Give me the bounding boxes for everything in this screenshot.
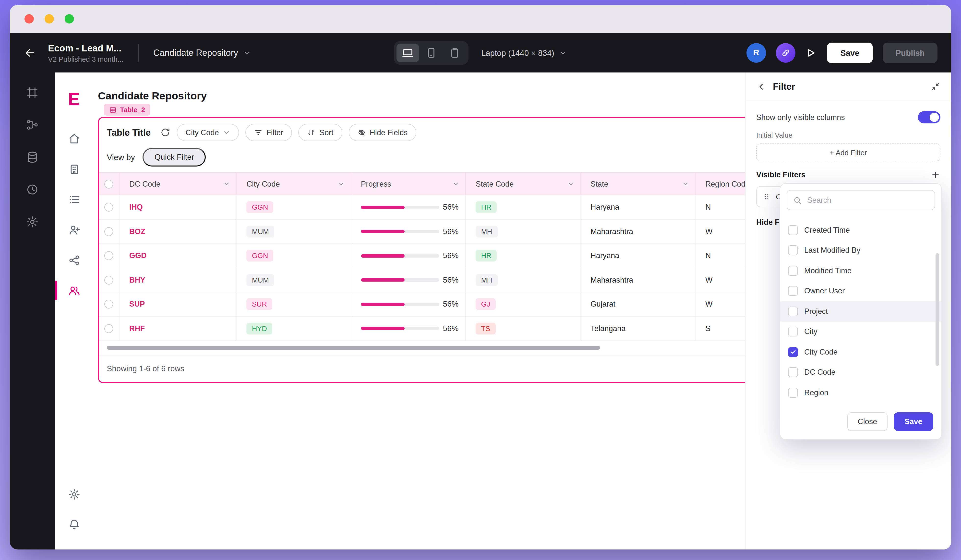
workflow-tool-button[interactable] [26, 119, 39, 131]
option-checkbox[interactable] [788, 388, 798, 398]
filter-column-option[interactable]: DC Code [780, 362, 942, 382]
share-link-button[interactable] [776, 43, 795, 63]
nav-add-user-button[interactable] [55, 215, 93, 245]
filter-column-option[interactable]: City [780, 321, 942, 342]
add-visible-filter-button[interactable] [930, 170, 940, 180]
option-checkbox[interactable] [788, 347, 798, 357]
device-mobile-button[interactable] [444, 43, 466, 62]
option-checkbox[interactable] [788, 327, 798, 337]
chevron-down-icon[interactable] [337, 180, 345, 188]
drag-handle-icon[interactable] [763, 193, 771, 201]
row-checkbox[interactable] [104, 276, 113, 284]
column-header[interactable]: State [581, 173, 696, 195]
filter-column-option[interactable]: Project [780, 301, 942, 321]
table-toolbar: Table Title City Code [99, 118, 745, 143]
save-button[interactable]: Save [827, 43, 873, 63]
row-checkbox[interactable] [104, 203, 113, 212]
app-canvas: E [55, 72, 745, 549]
nav-home-button[interactable] [55, 124, 93, 154]
option-checkbox[interactable] [788, 246, 798, 255]
panel-back-button[interactable] [756, 82, 766, 91]
editor-settings-button[interactable] [26, 215, 39, 228]
column-header[interactable]: Progress [351, 173, 466, 195]
chevron-down-icon[interactable] [223, 180, 230, 188]
column-header[interactable]: Region Code [696, 173, 745, 195]
filter-column-option[interactable]: City Code [780, 342, 942, 362]
widget-tag[interactable]: Table_2 [104, 104, 150, 116]
option-checkbox[interactable] [788, 286, 798, 296]
column-header[interactable]: DC Code [119, 173, 237, 195]
zoom-window-button[interactable] [65, 14, 74, 24]
filter-column-option[interactable]: Created Time [780, 220, 942, 240]
option-label: DC Code [804, 368, 836, 377]
table-widget[interactable]: Table Title City Code [98, 117, 745, 383]
history-tool-button[interactable] [26, 183, 39, 196]
add-filter-button[interactable]: + Add Filter [756, 143, 940, 161]
table-footer: Showing 1-6 of 6 rows [99, 356, 745, 382]
select-all-cell [99, 173, 119, 195]
close-window-button[interactable] [24, 14, 34, 24]
quick-filter-chip[interactable]: Quick Filter [143, 148, 206, 167]
user-avatar[interactable]: R [746, 43, 766, 63]
device-size-dropdown[interactable]: Laptop (1440 × 834) [481, 48, 567, 58]
minimize-window-button[interactable] [45, 14, 54, 24]
app-info: Ecom - Lead M... V2 Published 3 month... [48, 43, 124, 63]
row-checkbox[interactable] [104, 252, 113, 260]
database-icon [26, 151, 39, 164]
nav-notifications-button[interactable] [55, 509, 93, 540]
table-row[interactable]: RHF HYD 56% TS Telangana S [99, 317, 745, 341]
nav-candidates-button[interactable] [55, 275, 93, 306]
table-row[interactable]: IHQ GGN 56% HR Haryana N [99, 196, 745, 220]
nav-settings-button[interactable] [55, 479, 93, 509]
popover-scrollbar[interactable] [935, 253, 939, 366]
visible-filters-label: Visible Filters [756, 170, 805, 179]
row-checkbox[interactable] [104, 324, 113, 333]
chevron-down-icon[interactable] [682, 180, 689, 188]
filter-column-option[interactable]: Owner User [780, 281, 942, 301]
column-header[interactable]: State Code [466, 173, 581, 195]
widget-tag-label: Table_2 [120, 106, 145, 114]
option-checkbox[interactable] [788, 306, 798, 316]
chevron-down-icon[interactable] [567, 180, 574, 188]
option-checkbox[interactable] [788, 266, 798, 276]
device-tablet-button[interactable] [420, 43, 442, 62]
database-tool-button[interactable] [26, 151, 39, 164]
popover-save-button[interactable]: Save [894, 412, 933, 431]
filter-column-option[interactable]: Last Modified By [780, 240, 942, 260]
filter-button[interactable]: Filter [245, 124, 292, 141]
back-button[interactable] [24, 47, 36, 59]
search-input[interactable] [806, 195, 929, 205]
filter-column-option[interactable]: Region [780, 382, 942, 403]
column-header[interactable]: City Code [237, 173, 351, 195]
refresh-button[interactable] [160, 127, 170, 138]
chevron-down-icon[interactable] [452, 180, 460, 188]
nav-building-button[interactable] [55, 154, 93, 184]
visible-columns-toggle-row: Show only visible columns [756, 111, 940, 124]
row-checkbox[interactable] [104, 300, 113, 309]
table-row[interactable]: BOZ MUM 56% MH Maharashtra W [99, 220, 745, 244]
row-checkbox[interactable] [104, 227, 113, 236]
filter-column-option[interactable]: Modified Time [780, 260, 942, 281]
nav-share-button[interactable] [55, 245, 93, 275]
option-checkbox[interactable] [788, 225, 798, 235]
table-row[interactable]: BHY MUM 56% MH Maharashtra W [99, 268, 745, 292]
select-all-checkbox[interactable] [104, 180, 113, 188]
preview-play-button[interactable] [805, 47, 817, 59]
panel-collapse-button[interactable] [930, 82, 940, 91]
publish-button[interactable]: Publish [883, 43, 937, 63]
sort-button[interactable]: Sort [299, 124, 342, 141]
page-selector-label: Candidate Repository [153, 48, 238, 58]
scrollbar-thumb[interactable] [107, 346, 600, 350]
nav-list-button[interactable] [55, 184, 93, 215]
column-selector-dropdown[interactable]: City Code [177, 124, 239, 141]
table-row[interactable]: SUP SUR 56% GJ Gujarat W [99, 292, 745, 317]
close-button[interactable]: Close [847, 412, 887, 431]
option-checkbox[interactable] [788, 367, 798, 377]
horizontal-scrollbar[interactable] [107, 346, 745, 350]
device-laptop-button[interactable] [397, 43, 419, 62]
hide-fields-button[interactable]: Hide Fields [349, 124, 416, 141]
visible-columns-toggle[interactable] [918, 111, 940, 124]
table-row[interactable]: GGD GGN 56% HR Haryana N [99, 244, 745, 268]
page-selector-dropdown[interactable]: Candidate Repository [153, 48, 251, 58]
canvas-tool-button[interactable] [26, 86, 39, 99]
